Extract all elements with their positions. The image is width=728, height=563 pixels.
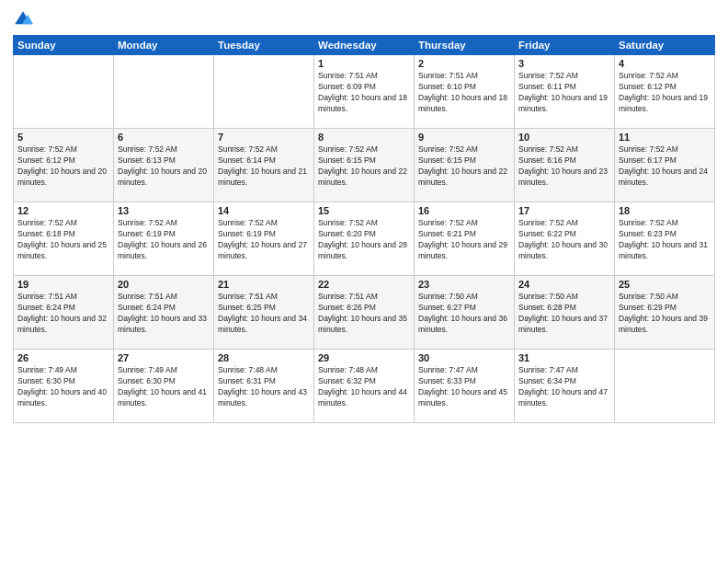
calendar-cell: 15Sunrise: 7:52 AMSunset: 6:20 PMDayligh… <box>314 202 415 276</box>
calendar-cell <box>214 55 314 129</box>
calendar-cell: 4Sunrise: 7:52 AMSunset: 6:12 PMDaylight… <box>615 55 715 129</box>
day-number: 6 <box>118 132 210 143</box>
calendar-cell: 11Sunrise: 7:52 AMSunset: 6:17 PMDayligh… <box>615 129 715 202</box>
calendar-cell <box>615 350 715 423</box>
day-info: Sunrise: 7:52 AMSunset: 6:12 PMDaylight:… <box>619 71 711 115</box>
day-number: 27 <box>118 352 210 363</box>
calendar-cell: 19Sunrise: 7:51 AMSunset: 6:24 PMDayligh… <box>14 276 114 350</box>
calendar-cell <box>114 55 214 129</box>
weekday-header-monday: Monday <box>114 36 214 55</box>
calendar-cell: 17Sunrise: 7:52 AMSunset: 6:22 PMDayligh… <box>515 202 615 276</box>
calendar-table: SundayMondayTuesdayWednesdayThursdayFrid… <box>13 35 715 423</box>
calendar-cell: 25Sunrise: 7:50 AMSunset: 6:29 PMDayligh… <box>615 276 715 350</box>
calendar-cell: 24Sunrise: 7:50 AMSunset: 6:28 PMDayligh… <box>515 276 615 350</box>
day-number: 20 <box>118 279 210 290</box>
day-info: Sunrise: 7:52 AMSunset: 6:23 PMDaylight:… <box>619 218 711 262</box>
day-number: 10 <box>518 132 610 143</box>
day-info: Sunrise: 7:52 AMSunset: 6:15 PMDaylight:… <box>318 144 410 189</box>
day-info: Sunrise: 7:51 AMSunset: 6:26 PMDaylight:… <box>318 292 410 336</box>
calendar-cell: 23Sunrise: 7:50 AMSunset: 6:27 PMDayligh… <box>415 276 515 350</box>
day-info: Sunrise: 7:51 AMSunset: 6:25 PMDaylight:… <box>218 292 310 336</box>
day-info: Sunrise: 7:52 AMSunset: 6:17 PMDaylight:… <box>619 144 711 189</box>
weekday-header-saturday: Saturday <box>615 36 715 55</box>
day-number: 26 <box>17 352 109 363</box>
day-number: 30 <box>418 352 510 363</box>
day-info: Sunrise: 7:52 AMSunset: 6:22 PMDaylight:… <box>518 218 610 262</box>
calendar-cell: 29Sunrise: 7:48 AMSunset: 6:32 PMDayligh… <box>314 350 415 423</box>
week-row-3: 12Sunrise: 7:52 AMSunset: 6:18 PMDayligh… <box>14 202 715 276</box>
calendar-cell <box>14 55 114 129</box>
day-info: Sunrise: 7:52 AMSunset: 6:20 PMDaylight:… <box>318 218 410 262</box>
day-number: 31 <box>518 352 610 363</box>
day-number: 17 <box>518 205 610 216</box>
weekday-header-row: SundayMondayTuesdayWednesdayThursdayFrid… <box>14 36 715 55</box>
day-number: 13 <box>118 205 210 216</box>
day-number: 3 <box>518 58 610 69</box>
day-number: 12 <box>17 205 109 216</box>
calendar-cell: 1Sunrise: 7:51 AMSunset: 6:09 PMDaylight… <box>314 55 415 129</box>
day-number: 29 <box>318 352 410 363</box>
day-info: Sunrise: 7:52 AMSunset: 6:19 PMDaylight:… <box>218 218 310 262</box>
week-row-5: 26Sunrise: 7:49 AMSunset: 6:30 PMDayligh… <box>14 350 715 423</box>
calendar-cell: 5Sunrise: 7:52 AMSunset: 6:12 PMDaylight… <box>14 129 114 202</box>
weekday-header-wednesday: Wednesday <box>314 36 415 55</box>
calendar-cell: 13Sunrise: 7:52 AMSunset: 6:19 PMDayligh… <box>114 202 214 276</box>
calendar-cell: 31Sunrise: 7:47 AMSunset: 6:34 PMDayligh… <box>515 350 615 423</box>
day-info: Sunrise: 7:51 AMSunset: 6:10 PMDaylight:… <box>418 71 510 115</box>
calendar-cell: 20Sunrise: 7:51 AMSunset: 6:24 PMDayligh… <box>114 276 214 350</box>
day-number: 22 <box>318 279 410 290</box>
calendar-cell: 8Sunrise: 7:52 AMSunset: 6:15 PMDaylight… <box>314 129 415 202</box>
day-number: 2 <box>418 58 510 69</box>
day-number: 8 <box>318 132 410 143</box>
day-info: Sunrise: 7:52 AMSunset: 6:15 PMDaylight:… <box>418 144 510 189</box>
logo-icon <box>13 9 33 29</box>
logo <box>13 9 37 29</box>
calendar-page: SundayMondayTuesdayWednesdayThursdayFrid… <box>0 0 728 563</box>
day-info: Sunrise: 7:52 AMSunset: 6:12 PMDaylight:… <box>17 144 109 189</box>
day-number: 14 <box>218 205 310 216</box>
day-number: 15 <box>318 205 410 216</box>
day-info: Sunrise: 7:50 AMSunset: 6:28 PMDaylight:… <box>518 292 610 336</box>
calendar-cell: 14Sunrise: 7:52 AMSunset: 6:19 PMDayligh… <box>214 202 314 276</box>
day-info: Sunrise: 7:51 AMSunset: 6:24 PMDaylight:… <box>118 292 210 336</box>
day-info: Sunrise: 7:47 AMSunset: 6:33 PMDaylight:… <box>418 365 510 409</box>
day-info: Sunrise: 7:52 AMSunset: 6:16 PMDaylight:… <box>518 144 610 189</box>
day-number: 4 <box>619 58 711 69</box>
day-number: 24 <box>518 279 610 290</box>
day-info: Sunrise: 7:47 AMSunset: 6:34 PMDaylight:… <box>518 365 610 409</box>
calendar-cell: 10Sunrise: 7:52 AMSunset: 6:16 PMDayligh… <box>515 129 615 202</box>
day-info: Sunrise: 7:52 AMSunset: 6:18 PMDaylight:… <box>17 218 109 262</box>
calendar-cell: 22Sunrise: 7:51 AMSunset: 6:26 PMDayligh… <box>314 276 415 350</box>
weekday-header-tuesday: Tuesday <box>214 36 314 55</box>
header <box>13 9 715 29</box>
day-info: Sunrise: 7:48 AMSunset: 6:31 PMDaylight:… <box>218 365 310 409</box>
day-number: 18 <box>619 205 711 216</box>
calendar-cell: 6Sunrise: 7:52 AMSunset: 6:13 PMDaylight… <box>114 129 214 202</box>
day-info: Sunrise: 7:49 AMSunset: 6:30 PMDaylight:… <box>17 365 109 409</box>
weekday-header-thursday: Thursday <box>415 36 515 55</box>
day-info: Sunrise: 7:51 AMSunset: 6:24 PMDaylight:… <box>17 292 109 336</box>
week-row-1: 1Sunrise: 7:51 AMSunset: 6:09 PMDaylight… <box>14 55 715 129</box>
day-number: 21 <box>218 279 310 290</box>
calendar-cell: 26Sunrise: 7:49 AMSunset: 6:30 PMDayligh… <box>14 350 114 423</box>
day-number: 28 <box>218 352 310 363</box>
day-info: Sunrise: 7:48 AMSunset: 6:32 PMDaylight:… <box>318 365 410 409</box>
week-row-2: 5Sunrise: 7:52 AMSunset: 6:12 PMDaylight… <box>14 129 715 202</box>
day-number: 5 <box>17 132 109 143</box>
day-info: Sunrise: 7:52 AMSunset: 6:21 PMDaylight:… <box>418 218 510 262</box>
calendar-cell: 3Sunrise: 7:52 AMSunset: 6:11 PMDaylight… <box>515 55 615 129</box>
week-row-4: 19Sunrise: 7:51 AMSunset: 6:24 PMDayligh… <box>14 276 715 350</box>
calendar-cell: 7Sunrise: 7:52 AMSunset: 6:14 PMDaylight… <box>214 129 314 202</box>
day-info: Sunrise: 7:49 AMSunset: 6:30 PMDaylight:… <box>118 365 210 409</box>
day-number: 11 <box>619 132 711 143</box>
calendar-cell: 2Sunrise: 7:51 AMSunset: 6:10 PMDaylight… <box>415 55 515 129</box>
day-number: 9 <box>418 132 510 143</box>
day-info: Sunrise: 7:51 AMSunset: 6:09 PMDaylight:… <box>318 71 410 115</box>
weekday-header-sunday: Sunday <box>14 36 114 55</box>
calendar-cell: 30Sunrise: 7:47 AMSunset: 6:33 PMDayligh… <box>415 350 515 423</box>
day-info: Sunrise: 7:50 AMSunset: 6:27 PMDaylight:… <box>418 292 510 336</box>
day-info: Sunrise: 7:50 AMSunset: 6:29 PMDaylight:… <box>619 292 711 336</box>
day-info: Sunrise: 7:52 AMSunset: 6:13 PMDaylight:… <box>118 144 210 189</box>
day-number: 19 <box>17 279 109 290</box>
day-number: 16 <box>418 205 510 216</box>
